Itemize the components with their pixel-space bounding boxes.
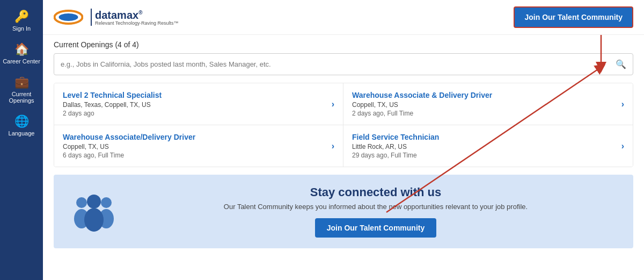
logo-area: datamax® Relevant Technology·Raving Resu… [54, 9, 178, 26]
home-icon: 🏠 [14, 42, 29, 56]
main-content: datamax® Relevant Technology·Raving Resu… [43, 0, 644, 280]
job-time-1: 2 days ago, Full Time [352, 110, 616, 117]
job-item-0[interactable]: Level 2 Technical Specialist Dallas, Tex… [54, 83, 343, 125]
talent-content: Stay connected with us Our Talent Commun… [134, 185, 617, 238]
join-talent-community-button-header[interactable]: Join Our Talent Community [514, 6, 633, 28]
job-details-2: Warehouse Associate/Delivery Driver Copp… [63, 133, 326, 159]
svg-point-7 [101, 197, 112, 208]
job-details-1: Warehouse Associate & Delivery Driver Co… [352, 91, 616, 117]
sidebar-item-career-center[interactable]: 🏠 Career Center [0, 37, 43, 70]
job-details-0: Level 2 Technical Specialist Dallas, Tex… [63, 91, 326, 117]
talent-icon-area [70, 186, 118, 237]
job-location-2: Coppell, TX, US [63, 143, 326, 150]
job-item-1[interactable]: Warehouse Associate & Delivery Driver Co… [343, 83, 633, 125]
join-talent-community-button-banner[interactable]: Join Our Talent Community [315, 218, 437, 238]
job-item-2[interactable]: Warehouse Associate/Delivery Driver Copp… [54, 125, 343, 167]
job-arrow-2: › [332, 141, 334, 151]
svg-point-1 [59, 13, 78, 21]
logo-divider [91, 9, 92, 26]
job-title-2[interactable]: Warehouse Associate/Delivery Driver [63, 133, 326, 141]
header: datamax® Relevant Technology·Raving Resu… [43, 0, 644, 35]
sidebar-item-label: Career Center [3, 58, 40, 64]
content-area: Current Openings (4 of 4) 🔍 Level 2 Tech… [43, 35, 644, 280]
sidebar: 🔑 Sign In 🏠 Career Center 💼 Current Open… [0, 0, 43, 280]
job-location-1: Coppell, TX, US [352, 101, 616, 109]
sidebar-item-label: Current Openings [3, 91, 40, 104]
job-location-0: Dallas, Texas, Coppell, TX, US [63, 101, 326, 109]
sign-in-icon: 🔑 [14, 10, 29, 24]
job-details-3: Field Service Technician Little Rock, AR… [352, 133, 616, 159]
sidebar-item-label: Language [9, 130, 35, 137]
talent-banner-description: Our Talent Community keeps you informed … [134, 203, 617, 211]
job-time-0: 2 days ago [63, 110, 326, 117]
job-arrow-0: › [332, 99, 334, 109]
logo-name: datamax® [95, 9, 143, 21]
sidebar-item-label: Sign In [12, 25, 31, 32]
jobs-grid: Level 2 Technical Specialist Dallas, Tex… [54, 83, 633, 167]
talent-banner-title: Stay connected with us [134, 185, 617, 199]
sidebar-item-language[interactable]: 🌐 Language [0, 109, 43, 142]
job-item-3[interactable]: Field Service Technician Little Rock, AR… [343, 125, 633, 167]
svg-point-10 [84, 208, 104, 232]
svg-point-5 [76, 197, 87, 208]
search-bar: 🔍 [54, 53, 633, 75]
job-title-3[interactable]: Field Service Technician [352, 133, 616, 141]
people-icon [70, 186, 118, 235]
logo-text-block: datamax® Relevant Technology·Raving Resu… [95, 9, 178, 26]
job-title-0[interactable]: Level 2 Technical Specialist [63, 91, 326, 99]
job-time-3: 29 days ago, Full Time [352, 152, 616, 159]
talent-banner: Stay connected with us Our Talent Commun… [54, 175, 633, 248]
logo-oval-icon [54, 10, 83, 25]
globe-icon: 🌐 [14, 114, 29, 128]
search-icon[interactable]: 🔍 [609, 54, 633, 75]
search-input[interactable] [54, 55, 609, 74]
job-location-3: Little Rock, AR, US [352, 143, 616, 150]
briefcase-icon: 💼 [14, 75, 29, 89]
openings-label: Current Openings (4 of 4) [54, 40, 633, 49]
sidebar-item-sign-in[interactable]: 🔑 Sign In [0, 4, 43, 37]
svg-point-9 [87, 195, 101, 209]
job-arrow-1: › [621, 99, 624, 109]
logo-tagline: Relevant Technology·Raving Results™ [95, 20, 178, 26]
job-title-1[interactable]: Warehouse Associate & Delivery Driver [352, 91, 616, 99]
sidebar-item-current-openings[interactable]: 💼 Current Openings [0, 70, 43, 109]
job-time-2: 6 days ago, Full Time [63, 152, 326, 159]
job-arrow-3: › [621, 141, 624, 151]
